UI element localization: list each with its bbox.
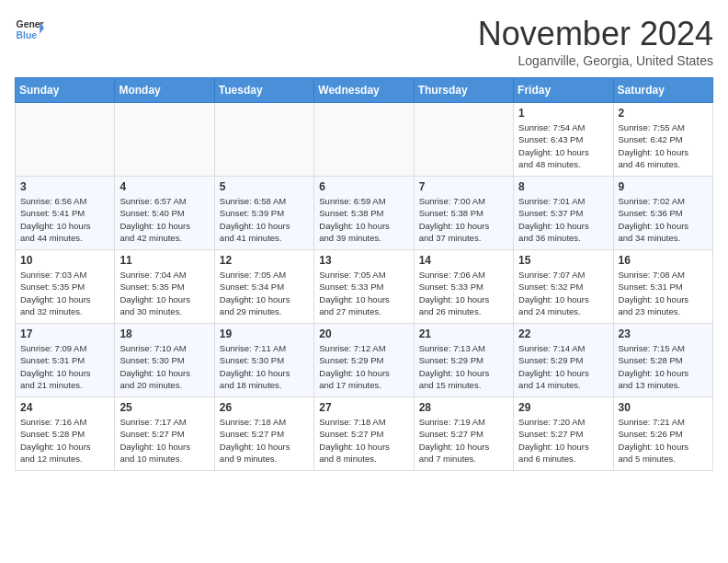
day-number: 18 (119, 327, 209, 340)
day-info: Sunrise: 7:05 AM Sunset: 5:34 PM Dayligh… (220, 269, 309, 317)
day-info: Sunrise: 7:04 AM Sunset: 5:35 PM Dayligh… (119, 269, 209, 317)
day-number: 20 (319, 327, 408, 340)
day-number: 28 (419, 401, 508, 414)
calendar-cell: 11Sunrise: 7:04 AM Sunset: 5:35 PM Dayli… (115, 250, 214, 324)
day-number: 27 (319, 401, 408, 414)
day-number: 1 (518, 107, 608, 120)
day-info: Sunrise: 7:54 AM Sunset: 6:43 PM Dayligh… (518, 121, 608, 170)
day-info: Sunrise: 7:09 AM Sunset: 5:31 PM Dayligh… (20, 342, 109, 391)
day-info: Sunrise: 6:56 AM Sunset: 5:41 PM Dayligh… (20, 195, 109, 244)
calendar-cell: 12Sunrise: 7:05 AM Sunset: 5:34 PM Dayli… (214, 250, 313, 324)
weekday-header-friday: Friday (514, 78, 613, 103)
day-info: Sunrise: 7:00 AM Sunset: 5:38 PM Dayligh… (419, 195, 508, 244)
day-info: Sunrise: 7:21 AM Sunset: 5:26 PM Dayligh… (619, 416, 708, 465)
week-row-0: 1Sunrise: 7:54 AM Sunset: 6:43 PM Daylig… (16, 103, 713, 177)
day-info: Sunrise: 7:03 AM Sunset: 5:35 PM Dayligh… (20, 269, 109, 317)
calendar-cell: 13Sunrise: 7:05 AM Sunset: 5:33 PM Dayli… (314, 250, 414, 324)
day-info: Sunrise: 7:18 AM Sunset: 5:27 PM Dayligh… (319, 416, 408, 465)
day-number: 10 (20, 254, 109, 267)
day-info: Sunrise: 7:06 AM Sunset: 5:33 PM Dayligh… (419, 269, 508, 317)
calendar-cell: 4Sunrise: 6:57 AM Sunset: 5:40 PM Daylig… (115, 177, 214, 250)
calendar-table: SundayMondayTuesdayWednesdayThursdayFrid… (15, 77, 713, 471)
day-info: Sunrise: 7:17 AM Sunset: 5:27 PM Dayligh… (119, 416, 209, 465)
calendar-cell (414, 103, 513, 177)
calendar-cell: 5Sunrise: 6:58 AM Sunset: 5:39 PM Daylig… (214, 177, 313, 250)
calendar-cell: 30Sunrise: 7:21 AM Sunset: 5:26 PM Dayli… (613, 397, 712, 471)
week-row-2: 10Sunrise: 7:03 AM Sunset: 5:35 PM Dayli… (16, 250, 713, 324)
day-info: Sunrise: 7:20 AM Sunset: 5:27 PM Dayligh… (518, 416, 608, 465)
day-info: Sunrise: 7:10 AM Sunset: 5:30 PM Dayligh… (119, 342, 209, 391)
logo: General Blue (15, 15, 44, 44)
calendar-cell: 15Sunrise: 7:07 AM Sunset: 5:32 PM Dayli… (514, 250, 613, 324)
weekday-header-saturday: Saturday (613, 78, 712, 103)
day-number: 3 (20, 180, 109, 193)
week-row-4: 24Sunrise: 7:16 AM Sunset: 5:28 PM Dayli… (16, 397, 713, 471)
day-number: 15 (518, 254, 608, 267)
calendar-cell: 29Sunrise: 7:20 AM Sunset: 5:27 PM Dayli… (514, 397, 613, 471)
day-info: Sunrise: 7:16 AM Sunset: 5:28 PM Dayligh… (20, 416, 109, 465)
svg-text:Blue: Blue (17, 30, 38, 40)
calendar-cell: 21Sunrise: 7:13 AM Sunset: 5:29 PM Dayli… (414, 324, 513, 397)
calendar-cell (214, 103, 313, 177)
weekday-header-wednesday: Wednesday (314, 78, 414, 103)
day-number: 17 (20, 327, 109, 340)
calendar-cell: 28Sunrise: 7:19 AM Sunset: 5:27 PM Dayli… (414, 397, 513, 471)
day-info: Sunrise: 7:01 AM Sunset: 5:37 PM Dayligh… (518, 195, 608, 244)
week-row-1: 3Sunrise: 6:56 AM Sunset: 5:41 PM Daylig… (16, 177, 713, 250)
day-number: 30 (619, 401, 708, 414)
day-number: 5 (220, 180, 309, 193)
calendar-cell: 6Sunrise: 6:59 AM Sunset: 5:38 PM Daylig… (314, 177, 414, 250)
day-number: 22 (518, 327, 608, 340)
day-number: 14 (419, 254, 508, 267)
day-number: 23 (619, 327, 708, 340)
calendar-cell: 22Sunrise: 7:14 AM Sunset: 5:29 PM Dayli… (514, 324, 613, 397)
day-number: 13 (319, 254, 408, 267)
day-number: 25 (119, 401, 209, 414)
calendar-cell: 8Sunrise: 7:01 AM Sunset: 5:37 PM Daylig… (514, 177, 613, 250)
day-number: 12 (220, 254, 309, 267)
day-info: Sunrise: 7:19 AM Sunset: 5:27 PM Dayligh… (419, 416, 508, 465)
day-number: 11 (119, 254, 209, 267)
calendar-cell: 10Sunrise: 7:03 AM Sunset: 5:35 PM Dayli… (16, 250, 115, 324)
day-info: Sunrise: 7:02 AM Sunset: 5:36 PM Dayligh… (619, 195, 708, 244)
weekday-header-row: SundayMondayTuesdayWednesdayThursdayFrid… (16, 78, 713, 103)
day-number: 9 (619, 180, 708, 193)
calendar-cell: 26Sunrise: 7:18 AM Sunset: 5:27 PM Dayli… (214, 397, 313, 471)
day-info: Sunrise: 7:14 AM Sunset: 5:29 PM Dayligh… (518, 342, 608, 391)
day-number: 16 (619, 254, 708, 267)
day-info: Sunrise: 7:55 AM Sunset: 6:42 PM Dayligh… (619, 121, 708, 170)
day-info: Sunrise: 7:11 AM Sunset: 5:30 PM Dayligh… (220, 342, 309, 391)
day-info: Sunrise: 6:58 AM Sunset: 5:39 PM Dayligh… (220, 195, 309, 244)
title-block: November 2024 Loganville, Georgia, Unite… (478, 15, 713, 68)
calendar-cell: 3Sunrise: 6:56 AM Sunset: 5:41 PM Daylig… (16, 177, 115, 250)
month-title: November 2024 (478, 15, 713, 53)
day-info: Sunrise: 7:07 AM Sunset: 5:32 PM Dayligh… (518, 269, 608, 317)
day-info: Sunrise: 7:12 AM Sunset: 5:29 PM Dayligh… (319, 342, 408, 391)
page-header: General Blue November 2024 Loganville, G… (15, 15, 713, 68)
calendar-cell: 7Sunrise: 7:00 AM Sunset: 5:38 PM Daylig… (414, 177, 513, 250)
day-info: Sunrise: 7:05 AM Sunset: 5:33 PM Dayligh… (319, 269, 408, 317)
day-number: 24 (20, 401, 109, 414)
calendar-cell: 20Sunrise: 7:12 AM Sunset: 5:29 PM Dayli… (314, 324, 414, 397)
calendar-cell: 14Sunrise: 7:06 AM Sunset: 5:33 PM Dayli… (414, 250, 513, 324)
calendar-cell: 18Sunrise: 7:10 AM Sunset: 5:30 PM Dayli… (115, 324, 214, 397)
weekday-header-monday: Monday (115, 78, 214, 103)
calendar-cell: 25Sunrise: 7:17 AM Sunset: 5:27 PM Dayli… (115, 397, 214, 471)
week-row-3: 17Sunrise: 7:09 AM Sunset: 5:31 PM Dayli… (16, 324, 713, 397)
calendar-cell: 16Sunrise: 7:08 AM Sunset: 5:31 PM Dayli… (613, 250, 712, 324)
calendar-cell: 27Sunrise: 7:18 AM Sunset: 5:27 PM Dayli… (314, 397, 414, 471)
calendar-cell: 17Sunrise: 7:09 AM Sunset: 5:31 PM Dayli… (16, 324, 115, 397)
weekday-header-thursday: Thursday (414, 78, 513, 103)
calendar-cell: 23Sunrise: 7:15 AM Sunset: 5:28 PM Dayli… (613, 324, 712, 397)
day-number: 19 (220, 327, 309, 340)
location: Loganville, Georgia, United States (478, 53, 713, 68)
day-number: 7 (419, 180, 508, 193)
day-number: 26 (220, 401, 309, 414)
day-info: Sunrise: 7:08 AM Sunset: 5:31 PM Dayligh… (619, 269, 708, 317)
calendar-cell: 24Sunrise: 7:16 AM Sunset: 5:28 PM Dayli… (16, 397, 115, 471)
logo-icon: General Blue (15, 15, 44, 44)
day-number: 21 (419, 327, 508, 340)
calendar-cell (115, 103, 214, 177)
calendar-cell: 9Sunrise: 7:02 AM Sunset: 5:36 PM Daylig… (613, 177, 712, 250)
calendar-cell (16, 103, 115, 177)
